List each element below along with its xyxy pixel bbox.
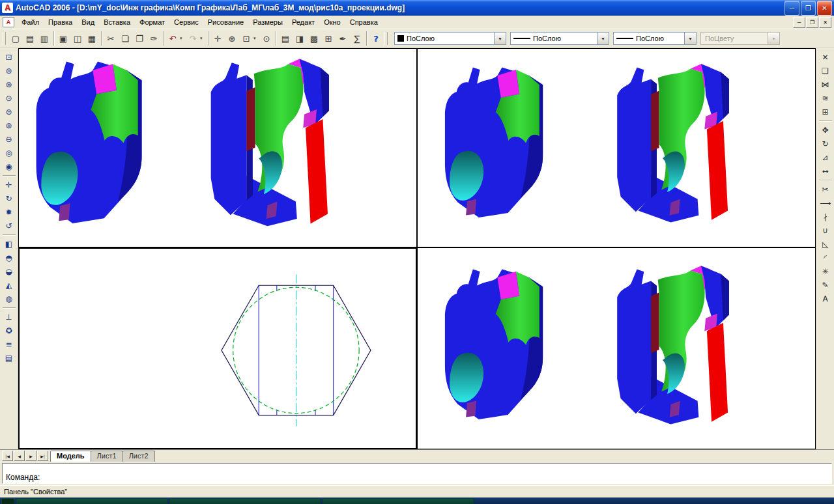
menu-help[interactable]: Справка <box>345 17 382 28</box>
zoom-dynamic-button[interactable]: ⊚ <box>1 64 17 77</box>
open-file-button[interactable]: ▤ <box>23 31 37 46</box>
taskbar-window-button[interactable] <box>16 498 167 504</box>
menu-edit[interactable]: Правка <box>44 17 77 28</box>
next-tab-button[interactable]: ▶ <box>25 451 36 461</box>
menu-view[interactable]: Вид <box>77 17 99 28</box>
zoom-window-flyout-arrow-icon[interactable]: ▾ <box>253 31 259 46</box>
explode-button[interactable]: ✳ <box>818 264 833 278</box>
erase-button[interactable]: ✕ <box>818 50 833 64</box>
match-properties-button[interactable]: ✑ <box>147 31 161 46</box>
prev-tab-button[interactable]: ◀ <box>14 451 25 461</box>
viewport-top-right[interactable] <box>417 48 816 247</box>
redo-flyout-arrow-icon[interactable]: ▾ <box>200 31 206 46</box>
publish-button[interactable]: ▦ <box>85 31 99 46</box>
linetype-dropdown-arrow-icon[interactable]: ▼ <box>597 33 609 44</box>
close-button[interactable]: ✕ <box>817 1 832 16</box>
markup-set-manager-button[interactable]: ✒ <box>336 31 350 46</box>
tool-palettes-button[interactable]: ▩ <box>307 31 321 46</box>
zoom-window-button[interactable]: ⊡ <box>239 31 253 46</box>
regen-button[interactable]: ↺ <box>1 219 17 232</box>
multiline-text-button[interactable]: А <box>818 292 833 305</box>
fillet-button[interactable]: ◜ <box>818 251 833 264</box>
stretch-button[interactable]: ↔ <box>818 164 833 178</box>
undo-button[interactable]: ↶ <box>165 31 180 46</box>
color-dropdown-arrow-icon[interactable]: ▼ <box>494 33 506 44</box>
orbit-button[interactable]: ↻ <box>1 191 17 205</box>
zoom-all-button[interactable]: ◎ <box>1 146 17 160</box>
help-button[interactable]: ? <box>369 31 383 46</box>
zoom-object-button[interactable]: ⊜ <box>1 105 17 119</box>
copy-object-button[interactable]: ❏ <box>818 64 833 77</box>
linetype-combo[interactable]: ПоСлою ▼ <box>510 32 609 45</box>
tab-layout1[interactable]: Лист1 <box>91 451 123 462</box>
taskbar-start-button[interactable] <box>1 498 14 504</box>
zoom-in-button[interactable]: ⊕ <box>1 119 17 132</box>
array-button[interactable]: ⊞ <box>818 105 833 119</box>
doc-close-button[interactable]: ✕ <box>819 17 831 28</box>
plot-preview-button[interactable]: ◫ <box>70 31 85 46</box>
top-view-button[interactable]: ◓ <box>1 251 17 264</box>
copy-button[interactable]: ❏ <box>118 31 132 46</box>
join-button[interactable]: ∪ <box>818 223 833 237</box>
quickcalc-button[interactable]: ∑ <box>350 31 364 46</box>
pan-realtime-button[interactable]: ✛ <box>210 31 225 46</box>
iso-view-button[interactable]: ◭ <box>1 278 17 292</box>
command-input-area[interactable]: Команда: <box>2 463 832 484</box>
sheet-set-manager-button[interactable]: ⊞ <box>321 31 336 46</box>
restore-button[interactable]: ❐ <box>801 1 816 16</box>
lineweight-combo[interactable]: ПоСлою ▼ <box>613 32 697 45</box>
undo-flyout-arrow-icon[interactable]: ▾ <box>180 31 186 46</box>
zoom-window-button[interactable]: ⊡ <box>1 50 17 64</box>
break-button[interactable]: ∤ <box>818 210 833 223</box>
edit-polyline-button[interactable]: ✎ <box>818 278 833 292</box>
menu-format[interactable]: Формат <box>135 17 169 28</box>
zoom-extents-button[interactable]: ◉ <box>1 160 17 173</box>
rotate-button[interactable]: ↻ <box>818 137 833 150</box>
last-tab-button[interactable]: ▶| <box>37 451 48 461</box>
viewport-bottom-left-active[interactable] <box>18 247 417 449</box>
front-view-button[interactable]: ◒ <box>1 264 17 278</box>
lineweight-dropdown-arrow-icon[interactable]: ▼ <box>684 33 696 44</box>
toolbar-grip[interactable] <box>3 32 6 45</box>
cut-button[interactable]: ✂ <box>104 31 118 46</box>
taskbar-window-button[interactable] <box>169 498 321 504</box>
paste-button[interactable]: ❐ <box>132 31 147 46</box>
ucs-world-button[interactable]: ✪ <box>1 324 17 337</box>
redraw-button[interactable]: ✹ <box>1 205 17 219</box>
viewport-bottom-right[interactable] <box>417 247 816 449</box>
named-views-button[interactable]: ◧ <box>1 237 17 251</box>
layer-properties-button[interactable]: ▤ <box>1 351 17 365</box>
doc-minimize-button[interactable]: ─ <box>793 17 805 28</box>
ucs-button[interactable]: ⊥ <box>1 310 17 324</box>
chamfer-button[interactable]: ◺ <box>818 237 833 251</box>
menu-insert[interactable]: Вставка <box>99 17 135 28</box>
properties-toolbar-grip[interactable] <box>384 32 388 45</box>
new-file-button[interactable]: ▢ <box>8 31 23 46</box>
viewport-top-left[interactable] <box>18 48 417 247</box>
zoom-realtime-button[interactable]: ⊕ <box>225 31 239 46</box>
designcenter-button[interactable]: ◨ <box>293 31 307 46</box>
draw-order-button[interactable]: ≡ <box>1 337 17 351</box>
tab-model[interactable]: Модель <box>50 451 91 462</box>
offset-button[interactable]: ≋ <box>818 91 833 105</box>
zoom-scale-button[interactable]: ⊛ <box>1 77 17 91</box>
menu-modify[interactable]: Редакт <box>287 17 319 28</box>
menu-dimension[interactable]: Размеры <box>248 17 287 28</box>
zoom-previous-button[interactable]: ⊙ <box>259 31 274 46</box>
doc-restore-button[interactable]: ❐ <box>806 17 818 28</box>
plot-button[interactable]: ▣ <box>56 31 70 46</box>
menu-file[interactable]: Файл <box>17 17 44 28</box>
scale-button[interactable]: ⊿ <box>818 150 833 164</box>
hide-button[interactable]: ◍ <box>1 292 17 305</box>
tab-layout2[interactable]: Лист2 <box>122 451 155 462</box>
extend-button[interactable]: ⟶ <box>818 196 833 210</box>
menu-tools[interactable]: Сервис <box>169 17 203 28</box>
menu-draw[interactable]: Рисование <box>203 17 248 28</box>
pan-button[interactable]: ✛ <box>1 178 17 191</box>
move-button[interactable]: ✥ <box>818 123 833 137</box>
color-combo[interactable]: ПоСлою ▼ <box>394 32 506 45</box>
menu-window[interactable]: Окно <box>319 17 345 28</box>
properties-button[interactable]: ▤ <box>278 31 293 46</box>
zoom-center-button[interactable]: ⊙ <box>1 91 17 105</box>
trim-button[interactable]: ✂ <box>818 182 833 196</box>
